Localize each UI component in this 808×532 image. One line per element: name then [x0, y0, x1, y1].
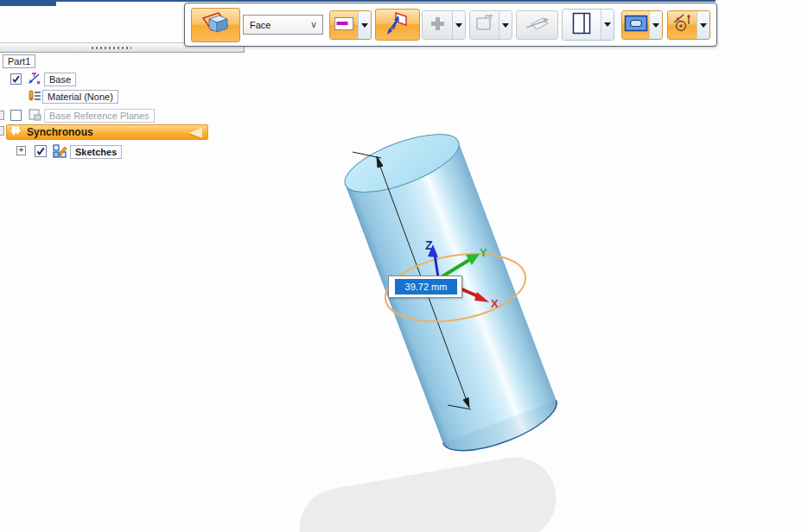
collapse-arrow-icon[interactable] [188, 128, 202, 138]
synchronous-label: Synchronous [27, 126, 93, 138]
quickbar-toolbar: Face ∨ [184, 3, 717, 47]
tab-part1[interactable]: Part1 [3, 54, 35, 68]
copy-region-icon [475, 15, 494, 35]
sketch-face-box-icon [200, 10, 232, 40]
caret-down-icon [502, 23, 509, 28]
dimension-value-input[interactable]: 39.72 mm [395, 279, 457, 294]
triad-x-label: X [491, 297, 499, 310]
slot-face-split-button [621, 10, 663, 40]
copy-region-split-button [469, 10, 512, 40]
window-top-border [0, 0, 716, 2]
slot-face-button[interactable] [622, 11, 649, 39]
copy-region-button[interactable] [470, 11, 499, 39]
selection-type-value: Face [244, 20, 310, 30]
reference-planes-icon [29, 109, 42, 124]
triad-z-label: Z [425, 238, 433, 252]
live-rules-icon [672, 13, 693, 37]
caret-down-icon [604, 22, 611, 27]
add-split-button [422, 10, 466, 40]
material-icon [29, 89, 41, 106]
tree-item-sketches[interactable]: Sketches [70, 145, 122, 159]
caret-down-icon [700, 23, 707, 28]
split-view-split-button [562, 9, 614, 41]
caret-down-icon [455, 23, 462, 28]
tree-group-synchronous[interactable]: Synchronous [6, 124, 208, 140]
dimension-edit-box[interactable]: 39.72 mm [388, 276, 462, 298]
tree-expander-fragment[interactable] [0, 111, 4, 120]
line-color-dropdown[interactable] [358, 11, 371, 39]
split-view-button[interactable] [563, 10, 601, 40]
plus-icon [430, 16, 445, 35]
check-icon [11, 74, 21, 84]
live-rules-button[interactable] [668, 11, 697, 39]
tree-item-material[interactable]: Material (None) [42, 90, 118, 104]
split-view-dropdown[interactable] [601, 10, 614, 40]
through-plane-button[interactable] [516, 10, 558, 40]
synchronous-icon [10, 124, 22, 140]
slot-face-dropdown[interactable] [649, 11, 662, 39]
model-viewport[interactable]: X Y Z [0, 0, 808, 532]
slot-face-icon [624, 13, 648, 37]
sketches-checkbox[interactable] [35, 145, 47, 157]
live-rules-dropdown[interactable] [697, 11, 709, 39]
move-face-button[interactable] [375, 9, 420, 41]
titlebar-fragment [0, 0, 56, 6]
splitter-grip-icon [92, 47, 131, 49]
line-color-split-button [329, 10, 372, 40]
tree-item-base[interactable]: Base [44, 73, 76, 86]
base-reference-planes-checkbox[interactable] [10, 110, 22, 121]
check-icon [35, 146, 46, 156]
through-plane-icon [525, 14, 550, 36]
caret-down-icon [361, 23, 368, 28]
add-dropdown[interactable] [452, 11, 465, 39]
model-shadow [293, 451, 563, 532]
line-color-swatch-icon [334, 17, 353, 34]
add-button[interactable] [423, 11, 452, 39]
line-color-button[interactable] [330, 11, 358, 39]
tree-expander-fragment[interactable] [0, 126, 4, 136]
move-face-icon [385, 10, 410, 40]
tree-item-base-reference-planes[interactable]: Base Reference Planes [44, 109, 155, 123]
selection-type-dropdown[interactable]: Face ∨ [243, 15, 323, 35]
sketches-icon [53, 144, 67, 162]
sketches-expander[interactable]: + [16, 146, 26, 155]
base-checkbox[interactable] [10, 73, 22, 85]
sketch-face-button[interactable] [191, 8, 240, 42]
caret-down-icon [652, 23, 659, 28]
copy-region-dropdown[interactable] [499, 11, 512, 39]
live-rules-split-button [667, 10, 710, 40]
base-coordinate-icon [28, 72, 41, 89]
split-view-icon [569, 11, 594, 39]
chevron-down-icon: ∨ [310, 19, 322, 30]
triad-y-label: Y [480, 246, 487, 259]
